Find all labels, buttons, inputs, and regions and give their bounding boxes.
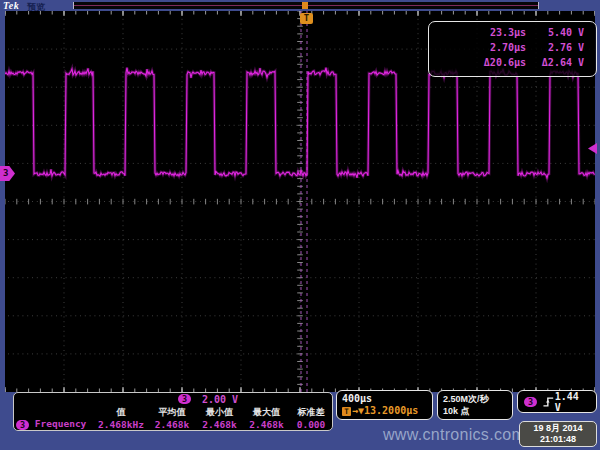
record-trigger-position-marker xyxy=(302,2,308,9)
cursor-delta-time: Δ20.6μs xyxy=(429,57,526,72)
watermark-text: www.cntronics.com xyxy=(383,426,525,444)
cursor-delta-volt: Δ2.64 V xyxy=(526,57,584,72)
header-min: 最小值 xyxy=(196,406,243,419)
measurement-header-row: 值 平均值 最小值 最大值 标准差 xyxy=(14,406,332,418)
header-mean: 平均值 xyxy=(148,406,196,419)
horizontal-delay: →▼13.2000μs xyxy=(352,405,418,417)
measurement-name: Frequency xyxy=(35,418,86,429)
measurement-max: 2.468k xyxy=(243,419,290,430)
date-label: 19 8月 2014 xyxy=(520,423,596,434)
sample-rate: 2.50M次/秒 xyxy=(443,393,512,405)
measurement-name-cell: 3 Frequency xyxy=(14,418,94,430)
datetime-box: 19 8月 2014 21:01:48 xyxy=(519,421,597,447)
channel-scale-row: 3 2.00 V xyxy=(14,394,332,406)
horizontal-readout-box: 400μs T→▼13.2000μs xyxy=(336,390,433,420)
channel-3-scale: 2.00 V xyxy=(202,394,238,405)
measurement-row-frequency: 3 Frequency 2.468kHz 2.468k 2.468k 2.468… xyxy=(14,418,332,430)
time-label: 21:01:48 xyxy=(520,434,596,445)
header-stddev: 标准差 xyxy=(290,406,332,419)
measurement-channel-badge: 3 xyxy=(16,420,29,430)
cursor-b-time: 2.70μs xyxy=(429,42,526,57)
cursor-a-time: 23.3μs xyxy=(429,27,526,42)
oscilloscope-screen: Tek 预览 T 3 23.3μs 5.40 V 2.70μs 2.76 V Δ… xyxy=(0,0,600,450)
measurement-table: 值 平均值 最小值 最大值 标准差 3 Frequency 2.468kHz 2… xyxy=(14,406,332,430)
cursor-row-a: 23.3μs 5.40 V xyxy=(429,27,596,42)
cursor-row-delta: Δ20.6μs Δ2.64 V xyxy=(429,57,596,72)
cursor-b-volt: 2.76 V xyxy=(526,42,584,57)
acquisition-readout-box: 2.50M次/秒 10k 点 xyxy=(437,390,513,420)
horizontal-delay-row: T→▼13.2000μs xyxy=(342,405,432,417)
trigger-source-badge: 3 xyxy=(524,397,537,407)
header-max: 最大值 xyxy=(243,406,290,419)
trigger-level: 1.44 V xyxy=(555,391,590,413)
measurement-mean: 2.468k xyxy=(148,419,196,430)
trigger-chip-icon: T xyxy=(342,407,351,416)
trigger-position-flag: T xyxy=(300,13,313,24)
cursor-a-volt: 5.40 V xyxy=(526,27,584,42)
cursor-row-b: 2.70μs 2.76 V xyxy=(429,42,596,57)
measurement-stddev: 0.000 xyxy=(290,419,332,430)
record-view-bar xyxy=(73,2,539,9)
top-status-bar: Tek 预览 xyxy=(0,0,600,11)
header-value: 值 xyxy=(94,406,148,419)
cursor-readout-box: 23.3μs 5.40 V 2.70μs 2.76 V Δ20.6μs Δ2.6… xyxy=(428,21,597,77)
trigger-readout-box: 3 1.44 V xyxy=(517,390,597,413)
channel-3-badge: 3 xyxy=(178,394,191,404)
bottom-readout-box: 3 2.00 V 值 平均值 最小值 最大值 标准差 3 Frequency 2… xyxy=(13,392,333,431)
measurement-value: 2.468kHz xyxy=(94,419,148,430)
measurement-min: 2.468k xyxy=(196,419,243,430)
record-length: 10k 点 xyxy=(443,405,512,417)
rising-edge-icon xyxy=(542,396,555,408)
horizontal-scale: 400μs xyxy=(342,392,432,405)
tek-logo: Tek xyxy=(3,0,19,11)
